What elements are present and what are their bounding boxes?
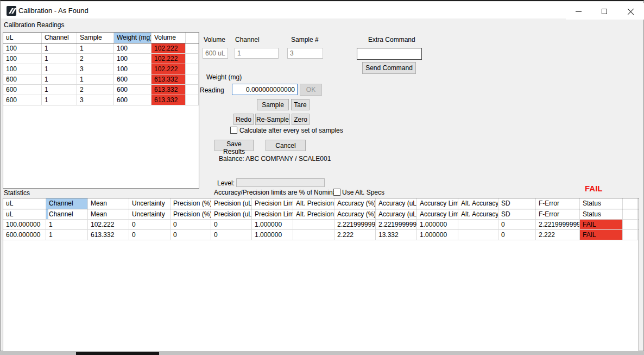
readings-table[interactable]: uLChannelSampleWeight (mg)Volume10011100… [3, 32, 199, 189]
column-header[interactable]: Accuracy Limit [417, 198, 458, 209]
statistics-table[interactable]: uLChannelMeanUncertaintyPrecision (%)Pre… [3, 198, 639, 352]
table-row[interactable]: 60011600613.332 [3, 74, 199, 85]
column-header[interactable]: F-Error [536, 198, 580, 209]
table-cell [186, 74, 199, 84]
column-header[interactable]: Channel [42, 33, 77, 43]
table-cell: 600 [114, 95, 151, 105]
table-row[interactable]: 600.0000001613.3320001.0000002.22213.332… [3, 230, 639, 240]
column-header[interactable]: Precision Limit [252, 198, 293, 209]
table-cell: 1 [42, 95, 77, 105]
taskbar-strip [0, 351, 644, 355]
table-cell: 1 [77, 43, 114, 53]
column-header[interactable]: Mean [88, 198, 129, 209]
table-cell: 1.000000 [417, 220, 458, 229]
column-header[interactable]: Precision (uL) [211, 198, 252, 209]
volume-label: Volume [204, 36, 225, 43]
table-cell: 2.222 [334, 230, 376, 240]
minimize-button[interactable] [566, 3, 591, 20]
sample-button[interactable]: Sample [257, 99, 289, 110]
column-header[interactable]: Sample [77, 33, 114, 43]
table-cell: 0 [498, 230, 536, 240]
column-header[interactable]: SD [498, 198, 536, 209]
table-cell: FAIL [580, 230, 623, 240]
table-cell: SD [498, 209, 536, 219]
extra-command-input[interactable] [357, 48, 422, 60]
use-alt-specs-checkbox[interactable] [333, 189, 340, 196]
column-header[interactable]: uL [3, 198, 46, 209]
column-header[interactable] [186, 33, 199, 43]
table-cell: F-Error [536, 209, 580, 219]
channel-field[interactable] [235, 48, 279, 59]
column-header[interactable]: Uncertainty [129, 198, 171, 209]
table-cell: 0 [498, 220, 536, 229]
table-header-row: uLChannelSampleWeight (mg)Volume [3, 33, 199, 43]
column-header[interactable]: Channel [46, 198, 88, 209]
table-cell: 100 [114, 64, 151, 74]
close-icon [627, 8, 634, 15]
column-header[interactable]: Status [580, 198, 623, 209]
save-results-button[interactable]: Save Results [214, 140, 254, 151]
level-field [236, 178, 325, 187]
table-cell [458, 220, 498, 229]
reading-input[interactable] [232, 84, 298, 95]
tare-button[interactable]: Tare [291, 99, 310, 110]
table-cell: 613.332 [151, 74, 186, 84]
channel-label: Channel [235, 36, 260, 43]
sample-number-label: Sample # [291, 36, 319, 43]
column-header[interactable]: Weight (mg) [114, 33, 151, 43]
table-row[interactable]: 10013100102.222 [3, 64, 199, 74]
overall-status-badge: FAIL [585, 184, 603, 193]
table-row[interactable]: 60012600613.332 [3, 85, 199, 95]
table-cell: 600.000000 [3, 230, 46, 240]
table-row[interactable]: uLChannelMeanUncertaintyPrecision (%)Pre… [3, 209, 639, 220]
table-cell: 0 [171, 220, 211, 229]
table-cell: 100.000000 [3, 220, 46, 229]
table-header-row: uLChannelMeanUncertaintyPrecision (%)Pre… [3, 198, 639, 209]
column-header[interactable]: Precision (%) [171, 198, 211, 209]
table-cell [623, 220, 638, 229]
table-row[interactable]: 10012100102.222 [3, 54, 199, 64]
reading-label: Reading [200, 86, 224, 94]
table-cell: 102.222 [151, 64, 186, 74]
column-header[interactable] [623, 198, 638, 209]
table-row[interactable]: 100.0000001102.2220001.0000002.221999999… [3, 220, 639, 230]
table-cell: Accuracy (%) [334, 209, 376, 219]
send-command-button[interactable]: Send Command [362, 62, 416, 74]
calculate-after-samples-checkbox[interactable] [230, 127, 237, 134]
table-cell: 100 [114, 43, 151, 53]
table-cell: 1 [42, 85, 77, 95]
table-cell: 1.000000 [252, 220, 293, 229]
level-label: Level: [217, 179, 235, 187]
table-cell [458, 230, 498, 240]
redo-button[interactable]: Redo [233, 114, 254, 125]
column-header[interactable]: Alt. Precision [293, 198, 334, 209]
ok-button[interactable]: OK [300, 84, 322, 96]
table-cell: Status [580, 209, 623, 219]
table-cell: Accuracy (uL) [376, 209, 417, 219]
column-header[interactable]: Alt. Accuracy [458, 198, 498, 209]
zero-button[interactable]: Zero [292, 114, 310, 125]
table-cell [186, 43, 199, 53]
column-header[interactable]: Accuracy (uL) [376, 198, 417, 209]
table-cell: 100 [3, 43, 42, 53]
table-cell: Mean [88, 209, 129, 219]
cancel-button[interactable]: Cancel [266, 140, 306, 151]
table-cell: 0 [129, 230, 171, 240]
table-cell: 613.332 [151, 95, 186, 105]
close-button[interactable] [617, 3, 644, 20]
table-row[interactable]: 60013600613.332 [3, 95, 199, 105]
table-cell: 102.222 [151, 43, 186, 53]
column-header[interactable]: Accuracy (%) [334, 198, 376, 209]
table-cell: 1 [46, 220, 88, 229]
maximize-button[interactable] [591, 3, 617, 20]
volume-field[interactable] [203, 48, 228, 59]
column-header[interactable]: Volume [151, 33, 186, 43]
taskbar-window-preview [76, 352, 159, 355]
column-header[interactable]: uL [3, 33, 42, 43]
sample-number-field[interactable] [287, 48, 323, 59]
table-row[interactable]: 10011100102.222 [3, 43, 199, 54]
table-cell: 1 [77, 74, 114, 84]
table-cell: Precision Limit [252, 209, 293, 219]
table-cell: 100 [3, 64, 42, 74]
resample-button[interactable]: Re-Sample [255, 114, 290, 125]
